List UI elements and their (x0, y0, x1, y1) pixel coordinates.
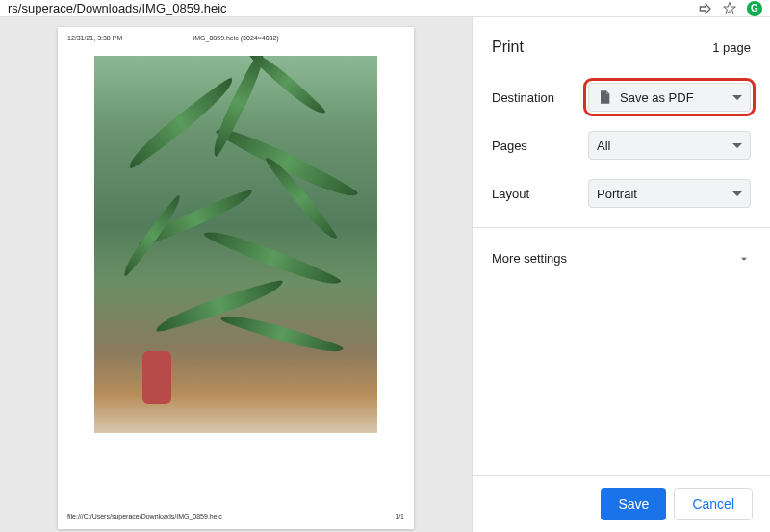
dialog-footer: Save Cancel (473, 475, 770, 532)
destination-label: Destination (492, 90, 588, 105)
preview-timestamp: 12/31/21, 3:38 PM (67, 35, 122, 41)
pdf-file-icon (597, 89, 612, 105)
preview-image (94, 56, 377, 433)
preview-file-url: file:///C:/Users/superace/Downloads/IMG_… (67, 513, 222, 519)
preview-page-number: 1/1 (395, 513, 404, 519)
dropdown-arrow-icon (732, 95, 742, 100)
preview-filename: IMG_0859.heic (3024×4032) (192, 35, 278, 41)
more-settings-toggle[interactable]: More settings (473, 238, 770, 279)
pages-label: Pages (492, 139, 588, 153)
cancel-button[interactable]: Cancel (674, 488, 753, 520)
extension-icon[interactable]: G (747, 1, 762, 16)
save-button[interactable]: Save (601, 488, 666, 520)
url-text[interactable]: rs/superace/Downloads/IMG_0859.heic (8, 1, 697, 15)
dropdown-arrow-icon (732, 191, 742, 196)
destination-dropdown[interactable]: Save as PDF (588, 83, 751, 112)
address-bar: rs/superace/Downloads/IMG_0859.heic G (0, 0, 770, 17)
dropdown-arrow-icon (732, 143, 742, 148)
layout-dropdown[interactable]: Portrait (588, 179, 751, 208)
page-preview: 12/31/21, 3:38 PM IMG_0859.heic (3024×40… (58, 27, 414, 529)
print-dialog: Print 1 page Destination Save as PDF Pag… (472, 17, 770, 532)
layout-value: Portrait (597, 187, 637, 201)
print-preview-panel: 12/31/21, 3:38 PM IMG_0859.heic (3024×40… (0, 17, 472, 532)
more-settings-label: More settings (492, 251, 567, 266)
page-count-label: 1 page (712, 40, 751, 55)
dialog-title: Print (492, 38, 524, 56)
chevron-down-icon (737, 252, 751, 266)
share-icon[interactable] (697, 1, 712, 16)
bookmark-star-icon[interactable] (722, 1, 737, 16)
destination-value: Save as PDF (620, 90, 694, 105)
layout-label: Layout (492, 187, 588, 201)
pages-dropdown[interactable]: All (588, 131, 751, 160)
divider (473, 227, 770, 228)
pages-value: All (597, 139, 610, 153)
